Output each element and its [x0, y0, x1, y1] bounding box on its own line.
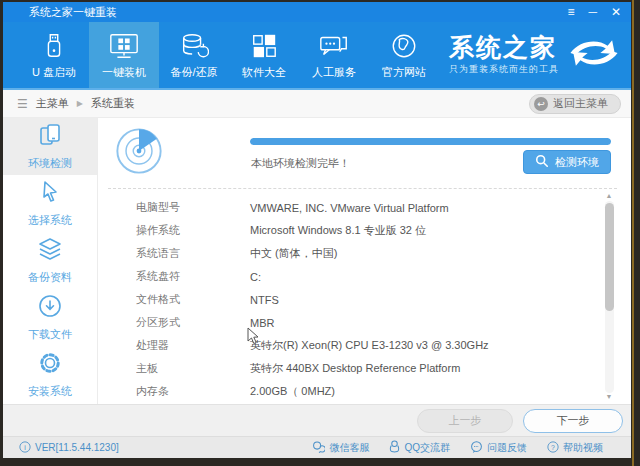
- status-text: 本地环境检测完毕！: [251, 156, 350, 171]
- list-menu-icon: ☰: [17, 97, 28, 111]
- sidebar-item-label: 备份资料: [28, 270, 72, 285]
- main-panel: 本地环境检测完毕！ 检测环境 电脑型号VMWARE, INC. VMware V…: [98, 118, 631, 404]
- table-row: 电脑型号VMWARE, INC. VMware Virtual Platform: [136, 196, 589, 219]
- app-window: 系统之家一键重装 ≡ ─ ✕ U 盘启动 一键装机 备份/还原: [3, 2, 631, 458]
- monitor-windows-icon: [108, 31, 140, 61]
- row-label: 文件格式: [136, 292, 250, 307]
- layers-icon: [37, 236, 63, 266]
- sidebar: 环境检测 选择系统 备份资料 下载文件 安装系统: [3, 118, 98, 404]
- screen-frame: 系统之家一键重装 ≡ ─ ✕ U 盘启动 一键装机 备份/还原: [0, 0, 640, 466]
- top-nav: U 盘启动 一键装机 备份/还原 软件大全 人工服务 官方网站: [3, 22, 631, 90]
- nav-label: 官方网站: [382, 65, 426, 80]
- sidebar-item-env-detect[interactable]: 环境检测: [3, 118, 97, 175]
- sidebar-item-backup-data[interactable]: 备份资料: [3, 232, 97, 289]
- nav-label: 人工服务: [312, 65, 356, 80]
- footer-link-label: QQ交流群: [404, 441, 450, 455]
- devices-icon: [37, 122, 63, 152]
- wechat-service-link[interactable]: 微信客服: [312, 441, 369, 455]
- sidebar-item-label: 下载文件: [28, 327, 72, 342]
- table-row: 处理器英特尔(R) Xeon(R) CPU E3-1230 v3 @ 3.30G…: [136, 334, 589, 357]
- apps-grid-icon: [250, 31, 278, 61]
- detect-button-label: 检测环境: [555, 155, 599, 170]
- footer-link-label: 帮助视频: [563, 441, 603, 455]
- back-arrow-icon: ↩: [534, 97, 548, 111]
- scrollbar: ▲ ▼: [603, 192, 615, 402]
- usb-icon: [40, 31, 68, 61]
- divider: [108, 188, 617, 189]
- sidebar-item-download-files[interactable]: 下载文件: [3, 289, 97, 346]
- scroll-up-icon[interactable]: ▲: [606, 192, 613, 201]
- row-value: Microsoft Windows 8.1 专业版 32 位: [250, 223, 426, 238]
- row-label: 主板: [136, 361, 250, 376]
- detect-env-button[interactable]: 检测环境: [523, 150, 611, 174]
- brand-tagline: 只为重装系统而生的工具: [449, 63, 559, 76]
- row-label: 系统语言: [136, 246, 250, 261]
- svg-text:?: ?: [551, 443, 555, 450]
- breadcrumb-root[interactable]: 主菜单: [36, 96, 69, 111]
- breadcrumb-current: 系统重装: [91, 96, 135, 111]
- nav-label: 一键装机: [102, 65, 146, 80]
- next-step-button[interactable]: 下一步: [523, 409, 623, 433]
- wizard-nav: 上一步 下一步: [3, 404, 631, 436]
- scrollbar-track[interactable]: [605, 201, 614, 393]
- return-main-menu-button[interactable]: ↩ 返回主菜单: [529, 94, 621, 114]
- nav-item-official-site[interactable]: 官方网站: [369, 22, 439, 88]
- system-info-table: 电脑型号VMWARE, INC. VMware Virtual Platform…: [136, 196, 589, 404]
- window-title: 系统之家一键重装: [29, 5, 567, 20]
- detect-header: 本地环境检测完毕！ 检测环境: [98, 118, 631, 184]
- gear-icon: [37, 350, 63, 380]
- close-icon[interactable]: ✕: [611, 6, 621, 18]
- row-label: 内存条: [136, 384, 250, 399]
- sidebar-item-label: 选择系统: [28, 213, 72, 228]
- chevron-right-icon: ▶: [77, 99, 83, 108]
- row-value: 英特尔 440BX Desktop Reference Platform: [250, 361, 460, 376]
- scrollbar-thumb[interactable]: [605, 203, 614, 311]
- backup-restore-icon: [179, 31, 209, 61]
- qq-group-link[interactable]: QQ交流群: [389, 440, 450, 455]
- help-video-link[interactable]: ? 帮助视频: [547, 441, 603, 455]
- table-row: 分区形式MBR: [136, 311, 589, 334]
- back-button-label: 返回主菜单: [553, 96, 608, 111]
- globe-icon: [390, 31, 418, 61]
- minimize-icon[interactable]: ─: [588, 6, 597, 18]
- version-label: VER[11.5.44.1230]: [35, 442, 119, 453]
- nav-item-backup-restore[interactable]: 备份/还原: [159, 22, 229, 88]
- row-value: VMWARE, INC. VMware Virtual Platform: [250, 202, 449, 214]
- title-bar: 系统之家一键重装 ≡ ─ ✕: [3, 2, 631, 22]
- feedback-link[interactable]: 问题反馈: [470, 441, 527, 455]
- more-indicator: ⋯: [136, 403, 589, 404]
- row-label: 电脑型号: [136, 200, 250, 215]
- row-value: MBR: [250, 317, 274, 329]
- nav-item-usb-boot[interactable]: U 盘启动: [19, 22, 89, 88]
- table-row: 内存条2.00GB（ 0MHZ): [136, 380, 589, 403]
- footer-link-label: 微信客服: [329, 441, 369, 455]
- row-value: 2.00GB（ 0MHZ): [250, 384, 335, 399]
- prev-step-button[interactable]: 上一步: [417, 409, 513, 433]
- footer-link-label: 问题反馈: [487, 441, 527, 455]
- nav-label: 软件大全: [242, 65, 286, 80]
- scroll-down-icon[interactable]: ▼: [606, 393, 613, 402]
- search-icon: [535, 154, 549, 170]
- table-row: 系统语言中文 (简体，中国): [136, 242, 589, 265]
- sidebar-item-select-system[interactable]: 选择系统: [3, 175, 97, 232]
- row-value: 中文 (简体，中国): [250, 246, 337, 261]
- nav-item-human-service[interactable]: 人工服务: [299, 22, 369, 88]
- row-value: C:: [250, 271, 261, 283]
- info-icon: i: [19, 441, 31, 455]
- chat-service-icon: [318, 31, 350, 61]
- row-value: 英特尔(R) Xeon(R) CPU E3-1230 v3 @ 3.30GHz: [250, 338, 489, 353]
- qq-penguin-icon: [389, 440, 400, 455]
- nav-label: U 盘启动: [32, 65, 76, 80]
- brand-logo: 系统之家 只为重装系统而生的工具: [449, 22, 631, 88]
- row-label: 处理器: [136, 338, 250, 353]
- menu-icon[interactable]: ≡: [567, 6, 574, 18]
- table-row: 文件格式NTFS: [136, 288, 589, 311]
- nav-item-software-center[interactable]: 软件大全: [229, 22, 299, 88]
- nav-label: 备份/还原: [170, 65, 217, 80]
- wechat-icon: [312, 441, 325, 455]
- sidebar-item-install-system[interactable]: 安装系统: [3, 346, 97, 403]
- sidebar-item-label: 环境检测: [28, 156, 72, 171]
- svg-text:i: i: [24, 443, 26, 450]
- row-value: NTFS: [250, 294, 279, 306]
- nav-item-one-key-install[interactable]: 一键装机: [89, 22, 159, 88]
